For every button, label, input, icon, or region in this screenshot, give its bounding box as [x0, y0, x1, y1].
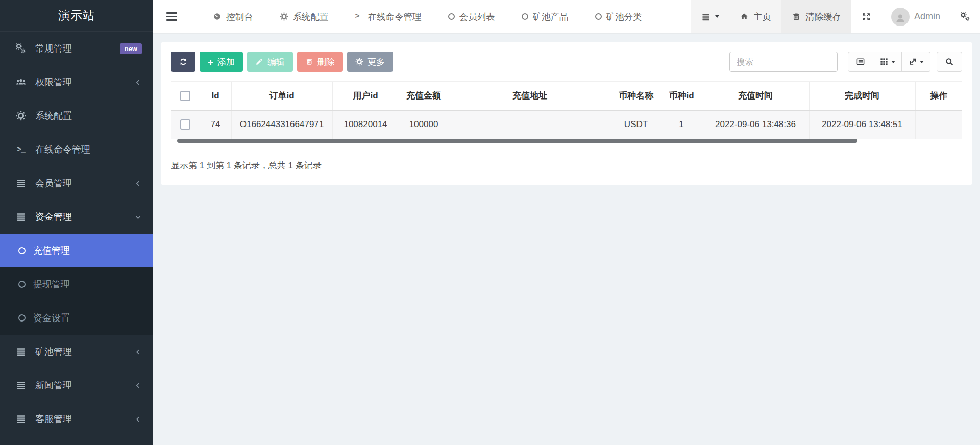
column-header-amount[interactable]: 充值金额 — [399, 82, 449, 110]
more-label: 更多 — [368, 56, 385, 68]
column-header-recharge-time[interactable]: 充值时间 — [702, 82, 809, 110]
sidebar-item-general[interactable]: 常规管理 new — [0, 32, 153, 65]
detail-view-icon — [856, 57, 865, 66]
horizontal-scrollbar-thumb[interactable] — [177, 139, 857, 143]
circle-icon — [18, 281, 26, 288]
edit-label: 编辑 — [267, 56, 285, 68]
submenu-item-recharge[interactable]: 充值管理 — [0, 234, 153, 267]
username: Admin — [914, 11, 940, 22]
fullscreen-button[interactable] — [851, 0, 881, 33]
columns-button[interactable] — [873, 52, 902, 72]
list-icon — [14, 414, 28, 424]
list-icon — [14, 380, 28, 390]
sidebar-item-sysconfig[interactable]: 系统配置 — [0, 99, 153, 133]
tabs-dropdown-button[interactable] — [691, 0, 729, 33]
tab-label: 会员列表 — [459, 11, 495, 23]
search-icon — [945, 57, 954, 66]
circle-icon — [448, 13, 455, 20]
cell-order-id: O1662443316647971 — [231, 110, 332, 139]
sidebar: 演示站 常规管理 new 权限管理 系统配置 >_ 在线命令管理 会员管理 资 — [0, 0, 153, 445]
export-icon — [908, 57, 917, 66]
sidebar-item-members[interactable]: 会员管理 — [0, 166, 153, 200]
cell-coin-id: 1 — [661, 110, 702, 139]
select-all-checkbox[interactable] — [180, 91, 190, 101]
tab-sysconfig[interactable]: 系统配置 — [266, 0, 342, 33]
export-button[interactable] — [902, 52, 930, 72]
trash-icon — [305, 58, 313, 66]
sidebar-item-auth[interactable]: 权限管理 — [0, 65, 153, 99]
funds-submenu: 充值管理 提现管理 资金设置 — [0, 234, 153, 335]
cell-user-id: 100820014 — [332, 110, 399, 139]
sidebar-item-label: 矿池管理 — [35, 345, 72, 358]
table-row[interactable]: 74 O1662443316647971 100820014 100000 US… — [171, 110, 962, 139]
caret-down-icon — [715, 15, 719, 18]
refresh-icon — [179, 58, 187, 66]
tab-dashboard[interactable]: 控制台 — [200, 0, 266, 33]
avatar — [891, 8, 910, 26]
home-icon — [740, 12, 749, 21]
list-icon — [14, 212, 28, 222]
tab-label: 在线命令管理 — [368, 11, 422, 23]
dashboard-icon — [213, 12, 222, 21]
topbar: 控制台 系统配置 >_ 在线命令管理 会员列表 矿池产品 矿池分类 — [153, 0, 980, 34]
select-all-header — [171, 82, 200, 110]
search-input[interactable] — [729, 52, 838, 72]
column-header-address[interactable]: 充值地址 — [449, 82, 611, 110]
cell-address — [449, 110, 611, 139]
submenu-item-withdraw[interactable]: 提现管理 — [0, 267, 153, 301]
more-button[interactable]: 更多 — [347, 52, 393, 72]
sidebar-item-funds[interactable]: 资金管理 — [0, 200, 153, 234]
home-button[interactable]: 主页 — [729, 0, 781, 33]
chevron-down-icon — [134, 213, 142, 221]
edit-button[interactable]: 编辑 — [247, 52, 293, 72]
refresh-button[interactable] — [171, 52, 195, 72]
sidebar-item-command[interactable]: >_ 在线命令管理 — [0, 133, 153, 166]
add-button[interactable]: + 添加 — [200, 52, 243, 72]
clear-cache-button[interactable]: 清除缓存 — [781, 0, 851, 33]
trash-icon — [792, 12, 801, 21]
chevron-left-icon — [134, 180, 142, 187]
column-header-finish-time[interactable]: 完成时间 — [809, 82, 915, 110]
user-menu[interactable]: Admin — [881, 0, 950, 33]
tab-label: 矿池产品 — [533, 11, 569, 23]
tab-pool-category[interactable]: 矿池分类 — [582, 0, 655, 33]
column-header-coin-name[interactable]: 币种名称 — [611, 82, 661, 110]
search-button[interactable] — [937, 52, 962, 72]
column-header-id[interactable]: Id — [200, 82, 231, 110]
toolbar-right — [729, 52, 962, 72]
sidebar-toggle-button[interactable] — [153, 0, 190, 33]
settings-button[interactable] — [950, 0, 980, 33]
recharge-table-panel: + 添加 编辑 删除 更多 — [161, 42, 972, 185]
plus-icon: + — [208, 57, 213, 67]
circle-icon — [18, 314, 26, 322]
submenu-item-fund-settings[interactable]: 资金设置 — [0, 301, 153, 335]
column-header-user-id[interactable]: 用户id — [332, 82, 399, 110]
chevron-left-icon — [134, 348, 142, 356]
row-checkbox[interactable] — [180, 119, 190, 130]
delete-button[interactable]: 删除 — [297, 52, 343, 72]
gear-icon — [355, 58, 363, 66]
sidebar-item-pool[interactable]: 矿池管理 — [0, 335, 153, 368]
column-header-order-id[interactable]: 订单id — [231, 82, 332, 110]
users-icon — [14, 77, 28, 87]
column-header-coin-id[interactable]: 币种id — [661, 82, 702, 110]
person-icon — [894, 12, 906, 24]
cell-coin-name: USDT — [611, 110, 661, 139]
sidebar-item-label: 权限管理 — [35, 76, 72, 88]
submenu-item-label: 资金设置 — [33, 312, 70, 324]
chevron-left-icon — [134, 415, 142, 423]
column-header-operate[interactable]: 操作 — [915, 82, 962, 110]
sidebar-item-service[interactable]: 客服管理 — [0, 402, 153, 436]
gear-icon — [280, 12, 288, 21]
sidebar-item-news[interactable]: 新闻管理 — [0, 368, 153, 402]
cell-id: 74 — [200, 110, 231, 139]
tab-member-list[interactable]: 会员列表 — [435, 0, 508, 33]
tab-command[interactable]: >_ 在线命令管理 — [342, 0, 435, 33]
tab-label: 矿池分类 — [606, 11, 642, 23]
tab-pool-product[interactable]: 矿池产品 — [508, 0, 582, 33]
cogs-icon — [14, 43, 28, 54]
site-title: 演示站 — [0, 0, 153, 32]
table-toolbar: + 添加 编辑 删除 更多 — [171, 52, 962, 72]
detail-view-button[interactable] — [848, 52, 873, 72]
table-header-row: Id 订单id 用户id 充值金额 充值地址 币种名称 币种id 充值时间 完成… — [171, 82, 962, 110]
